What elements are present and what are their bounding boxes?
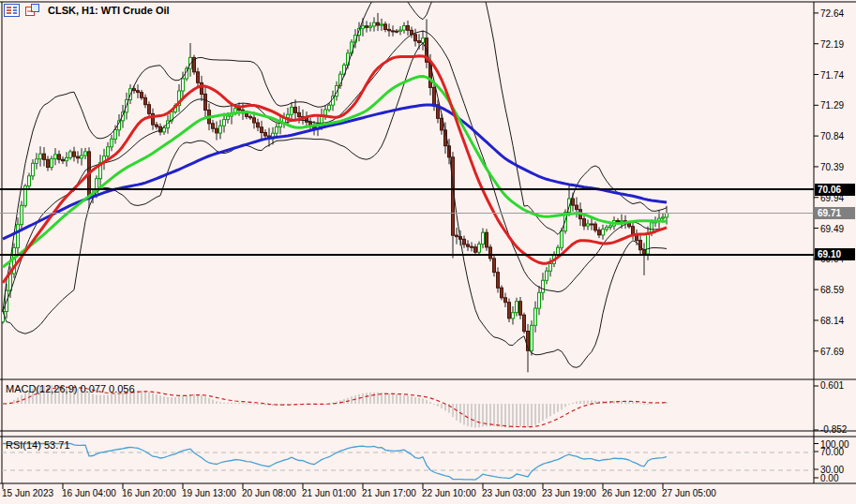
rsi-pane[interactable] <box>2 444 814 481</box>
macd-bar <box>614 401 615 404</box>
macd-bar <box>239 403 240 404</box>
macd-bar <box>528 404 529 427</box>
macd-bar <box>430 402 431 404</box>
main-price-pane[interactable] <box>2 0 668 372</box>
time-axis-label: 21 Jun 01:00 <box>302 488 356 498</box>
macd-bar <box>554 404 555 414</box>
macd-bar <box>265 404 266 406</box>
macd-bar <box>543 404 544 421</box>
macd-bar <box>235 403 236 404</box>
rsi-label: RSI(14) 53.71 <box>6 439 70 451</box>
macd-bar <box>175 397 176 404</box>
macd-bar <box>490 404 491 426</box>
macd-bar <box>517 404 518 427</box>
chart-windows-icon[interactable] <box>24 4 40 17</box>
macd-bar <box>168 397 169 404</box>
macd-bar <box>535 404 536 425</box>
macd-bar <box>479 404 480 427</box>
macd-bar <box>644 404 645 405</box>
macd-bar <box>595 401 596 404</box>
quotes-list-icon[interactable] <box>4 4 20 17</box>
time-axis-label: 26 Jun 12:00 <box>602 488 656 498</box>
macd-bar <box>539 404 540 423</box>
macd-bar <box>472 404 473 427</box>
macd-bar <box>224 403 225 404</box>
macd-bar <box>157 394 158 404</box>
macd-bar <box>104 395 105 404</box>
rsi-axis-label: 0.00 <box>820 473 838 483</box>
macd-bar <box>453 404 454 417</box>
macd-bar <box>468 404 469 426</box>
macd-bar <box>408 395 409 404</box>
price-axis-label: 67.69 <box>820 347 844 357</box>
macd-bar <box>648 404 649 405</box>
macd-bar <box>22 395 23 404</box>
macd-bar <box>400 395 401 405</box>
macd-bar <box>232 403 233 404</box>
macd-bar <box>108 395 109 404</box>
macd-bar <box>209 398 210 404</box>
macd-bar <box>250 404 251 405</box>
chart-canvas[interactable] <box>0 0 856 504</box>
macd-bar <box>464 404 465 425</box>
chart-title: CLSK, H1: WTI Crude Oil <box>48 5 170 16</box>
price-axis-label: 71.29 <box>820 100 844 111</box>
macd-bar <box>550 404 551 416</box>
macd-bar <box>325 404 326 405</box>
macd-bar <box>145 392 146 405</box>
axis-ticks <box>3 13 818 489</box>
macd-bar <box>247 403 248 404</box>
macd-bar <box>580 401 581 404</box>
time-axis-label: 23 Jun 03:00 <box>482 488 536 498</box>
macd-bar <box>592 400 593 404</box>
macd-bar <box>228 403 229 404</box>
macd-bar <box>217 401 218 404</box>
macd-bar <box>164 396 165 404</box>
macd-bar <box>637 402 638 404</box>
macd-bar <box>434 404 435 405</box>
macd-bar <box>385 393 386 404</box>
macd-bar <box>577 402 578 405</box>
macd-bar <box>254 404 255 405</box>
macd-bar <box>404 395 405 404</box>
price-axis-label: 72.19 <box>820 39 844 50</box>
macd-bar <box>562 404 563 409</box>
macd-bar <box>205 396 206 404</box>
time-axis-label: 15 Jun 2023 <box>2 488 53 498</box>
macd-bar <box>415 397 416 404</box>
macd-bar <box>423 398 424 404</box>
macd-bar <box>153 393 154 404</box>
macd-bar <box>97 395 98 405</box>
macd-bar <box>93 394 94 405</box>
macd-bar <box>524 404 525 427</box>
rsi-line <box>3 444 667 481</box>
macd-bar <box>494 404 495 426</box>
macd-bar <box>374 393 375 404</box>
macd-bar <box>569 404 570 405</box>
macd-bar <box>393 394 394 405</box>
macd-bar <box>202 395 203 404</box>
rsi-name: RSI(14) <box>6 439 41 451</box>
macd-bar <box>119 393 120 404</box>
macd-bar <box>243 403 244 404</box>
macd-bar <box>584 401 585 404</box>
macd-bar <box>370 393 371 404</box>
macd-axis-label: -0.852 <box>820 424 847 435</box>
macd-bar <box>640 403 641 404</box>
macd-bar <box>100 395 101 404</box>
macd-bar <box>558 404 559 412</box>
macd-bar <box>547 404 548 419</box>
time-axis-label: 22 Jun 10:00 <box>422 488 476 498</box>
macd-bar <box>442 404 443 408</box>
macd-bar <box>498 404 499 427</box>
macd-bar <box>505 404 506 427</box>
macd-bar <box>652 404 653 405</box>
macd-bar <box>509 404 510 428</box>
macd-bar <box>532 404 533 426</box>
time-axis-label: 16 Jun 04:00 <box>62 488 116 498</box>
macd-bar <box>112 394 113 404</box>
macd-bar <box>419 398 420 404</box>
macd-bar <box>487 404 488 426</box>
macd-bar <box>438 404 439 407</box>
pane-borders <box>0 2 856 483</box>
